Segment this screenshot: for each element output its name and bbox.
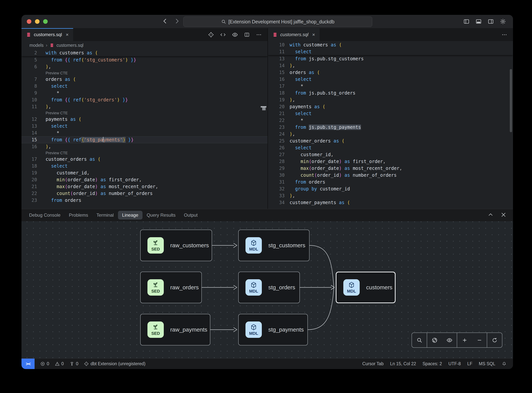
code-line-22[interactable]: 22 * (268, 117, 513, 124)
breadcrumb-file[interactable]: customers.sql (56, 43, 83, 48)
panel-tab-terminal[interactable]: Terminal (96, 211, 114, 220)
codelens-row[interactable]: Preview CTE (21, 70, 268, 76)
zoom-window-button[interactable] (43, 19, 48, 24)
panel-tab-query-results[interactable]: Query Results (147, 211, 176, 220)
status-spaces-2[interactable]: Spaces: 2 (422, 359, 442, 369)
code-line-19[interactable]: 19), (268, 96, 513, 103)
lineage-node-raw_orders[interactable]: SEDraw_orders (140, 272, 202, 303)
panel-tab-output[interactable]: Output (184, 211, 198, 220)
code-line-19[interactable]: 19 customer_id, (21, 169, 268, 176)
zoom-in-button[interactable] (457, 333, 472, 347)
lineage-node-stg_orders[interactable]: MDLstg_orders (238, 272, 300, 303)
code-line-22[interactable]: 22 count(order_id) as number_of_orders (21, 190, 268, 197)
code-line-6[interactable]: 6), (21, 63, 268, 70)
status-dbt[interactable]: dbt Extension (unregistered) (84, 359, 145, 369)
editor-left[interactable]: models › customers.sql 2with customers a… (21, 41, 268, 209)
code-line-29[interactable]: 29 max(order_date) as most_recent_order, (268, 165, 513, 172)
code-line-10[interactable]: 10with customers as ( (268, 41, 513, 48)
code-line-27[interactable]: 27 customer_id, (268, 151, 513, 158)
search-button[interactable] (412, 333, 427, 347)
back-icon[interactable] (162, 18, 168, 25)
more-icon[interactable] (501, 32, 507, 38)
code-line-12[interactable]: 12payments as ( (21, 116, 268, 123)
forward-icon[interactable] (173, 18, 180, 25)
dbt-icon[interactable] (208, 32, 214, 38)
status-lf[interactable]: LF (467, 359, 472, 369)
code-line-34[interactable]: 34customer_payments as ( (268, 199, 513, 206)
status-utf-8[interactable]: UTF-8 (448, 359, 461, 369)
more-icon[interactable] (256, 32, 262, 38)
lineage-node-raw_payments[interactable]: SEDraw_payments (140, 314, 210, 345)
code-line-24[interactable]: 24), (268, 131, 513, 138)
codelens-row[interactable]: Preview CTE (21, 110, 268, 116)
codelens-row[interactable]: Preview CTE (21, 150, 268, 156)
overview-ruler-handle[interactable] (262, 108, 266, 110)
code-line-2[interactable]: 2with customers as ( (21, 49, 268, 56)
close-icon[interactable] (500, 212, 507, 218)
chevron-up-icon[interactable] (488, 212, 494, 218)
code-line-21[interactable]: 21 select (268, 110, 513, 117)
panel-bottom-icon[interactable] (475, 18, 482, 25)
gear-icon[interactable] (500, 18, 506, 25)
status-bell[interactable] (502, 359, 507, 369)
refresh-button[interactable] (487, 333, 502, 347)
panel-left-icon[interactable] (463, 18, 470, 25)
code-line-17[interactable]: 17 * (268, 83, 513, 90)
status-radio-tower[interactable]: 0 (70, 359, 78, 369)
status-remote[interactable]: >< (21, 359, 35, 369)
visibility-button[interactable] (442, 333, 457, 347)
close-window-button[interactable] (27, 19, 31, 24)
code-line-15[interactable]: 15 from {{ ref('stg_payments') }} (21, 136, 268, 143)
code-line-14[interactable]: 14 * (21, 130, 268, 136)
status-warning[interactable]: 0 (55, 359, 64, 369)
code-line-7[interactable]: 7orders as ( (21, 76, 268, 83)
scrollbar-thumb[interactable] (510, 69, 512, 132)
code-line-28[interactable]: 28 min(order_date) as first_order, (268, 158, 513, 165)
code-line-8[interactable]: 8 select (21, 83, 268, 90)
panel-tab-problems[interactable]: Problems (69, 211, 88, 220)
code-line-20[interactable]: 20payments as ( (268, 103, 513, 110)
zoom-out-button[interactable] (472, 333, 487, 347)
code-line-5[interactable]: 5 from {{ ref('stg_customers') }} (21, 56, 268, 63)
breadcrumb[interactable]: models › customers.sql (21, 41, 268, 49)
code-line-16[interactable]: 16 select (268, 76, 513, 83)
panel-right-icon[interactable] (488, 18, 494, 25)
status-cursor-tab[interactable]: Cursor Tab (362, 359, 383, 369)
code-line-16[interactable]: 16), (21, 143, 268, 150)
close-icon[interactable]: × (312, 32, 315, 38)
lineage-node-raw_customers[interactable]: SEDraw_customers (140, 230, 212, 261)
close-icon[interactable]: × (66, 32, 69, 38)
tab-customers-sql-left[interactable]: customers.sql × (21, 28, 73, 41)
split-editor-icon[interactable] (244, 32, 250, 38)
lineage-canvas[interactable]: SEDraw_customersMDLstg_customersSEDraw_o… (21, 221, 513, 359)
command-center[interactable]: [Extension Development Host] jaffle_shop… (183, 17, 372, 27)
code-line-18[interactable]: 18 from js.pub.stg_orders (268, 90, 513, 96)
code-line-32[interactable]: 32 group by customer_id (268, 186, 513, 192)
code-line-23[interactable]: 23 from js.pub.stg_payments (268, 124, 513, 131)
lineage-node-stg_payments[interactable]: MDLstg_payments (238, 314, 308, 345)
code-line-26[interactable]: 26 select (268, 144, 513, 151)
lineage-node-customers[interactable]: MDLcustomers (336, 272, 396, 303)
code-line-14[interactable]: 14), (268, 62, 513, 69)
code-line-33[interactable]: 33), (268, 192, 513, 199)
panel-tab-debug-console[interactable]: Debug Console (29, 211, 60, 220)
tab-customers-sql-right[interactable]: customers.sql × (268, 28, 320, 41)
aperture-button[interactable] (427, 333, 442, 347)
status-ms-sql[interactable]: MS SQL (479, 359, 495, 369)
code-line-13[interactable]: 13 select (21, 123, 268, 130)
status-error[interactable]: 0 (40, 359, 49, 369)
code-line-15[interactable]: 15orders as ( (268, 69, 513, 76)
code-line-18[interactable]: 18 select (21, 163, 268, 169)
minimize-window-button[interactable] (35, 19, 39, 24)
editor-right[interactable]: 10with customers as (11 select13 from js… (268, 41, 513, 209)
panel-tab-lineage[interactable]: Lineage (118, 211, 143, 220)
breadcrumb-models[interactable]: models (29, 43, 43, 48)
code-line-11[interactable]: 11), (21, 103, 268, 110)
code-line-31[interactable]: 31 from orders (268, 179, 513, 186)
status-ln-15-col-22[interactable]: Ln 15, Col 22 (390, 359, 416, 369)
lineage-node-stg_customers[interactable]: MDLstg_customers (238, 230, 310, 261)
code-line-21[interactable]: 21 max(order_date) as most_recent_order, (21, 183, 268, 190)
code-line-23[interactable]: 23 from orders (21, 197, 268, 204)
code-line-17[interactable]: 17customer_orders as ( (21, 156, 268, 163)
code-line-11[interactable]: 11 select (268, 48, 513, 55)
